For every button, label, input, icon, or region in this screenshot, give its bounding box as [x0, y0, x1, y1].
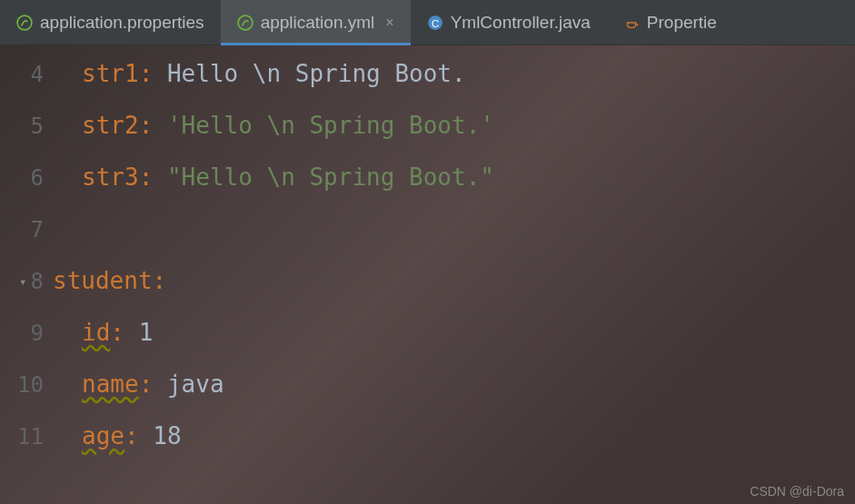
tab-label: application.yml	[261, 13, 375, 33]
spring-icon	[16, 15, 33, 31]
editor-tabs: application.properties application.yml ×…	[0, 0, 855, 45]
code-line: str1: Hello \n Spring Boot.	[53, 62, 855, 114]
class-icon: C	[427, 15, 443, 31]
tab-ymlcontroller[interactable]: C YmlController.java	[411, 0, 607, 44]
tab-properties-truncated[interactable]: Propertie	[607, 0, 733, 44]
code-line: str3: "Hello \n Spring Boot."	[53, 165, 855, 217]
svg-text:C: C	[432, 17, 439, 28]
svg-point-0	[17, 15, 32, 30]
code-line: age: 18	[53, 424, 855, 476]
tab-application-yml[interactable]: application.yml ×	[221, 0, 411, 44]
code-line-blank	[53, 217, 855, 269]
tab-label: application.properties	[40, 13, 204, 33]
code-line: student:	[53, 269, 855, 321]
tab-application-properties[interactable]: application.properties	[0, 0, 221, 44]
code-line: id: 1	[53, 321, 855, 372]
java-icon	[623, 15, 640, 31]
code-line: name: java	[53, 372, 855, 424]
chevron-down-icon[interactable]: ▾	[19, 274, 26, 289]
line-number: 7	[0, 217, 53, 269]
line-number: 4	[0, 62, 53, 114]
line-number: 5	[0, 114, 53, 165]
spring-icon	[237, 15, 254, 31]
code-editor[interactable]: 4 5 6 7 ▾8 9 10 11 str1: Hello \n Spring…	[0, 45, 855, 504]
svg-point-1	[238, 15, 253, 30]
close-icon[interactable]: ×	[385, 15, 393, 31]
line-number: 6	[0, 165, 53, 217]
watermark: CSDN @di-Dora	[750, 484, 844, 499]
line-number: 11	[0, 424, 53, 476]
line-number: ▾8	[0, 269, 53, 321]
line-number: 9	[0, 321, 53, 372]
code-content[interactable]: str1: Hello \n Spring Boot. str2: 'Hello…	[53, 45, 855, 504]
code-line: str2: 'Hello \n Spring Boot.'	[53, 114, 855, 165]
tab-label: YmlController.java	[451, 13, 591, 33]
tab-label: Propertie	[647, 13, 717, 33]
line-number: 10	[0, 372, 53, 424]
gutter: 4 5 6 7 ▾8 9 10 11	[0, 45, 53, 504]
